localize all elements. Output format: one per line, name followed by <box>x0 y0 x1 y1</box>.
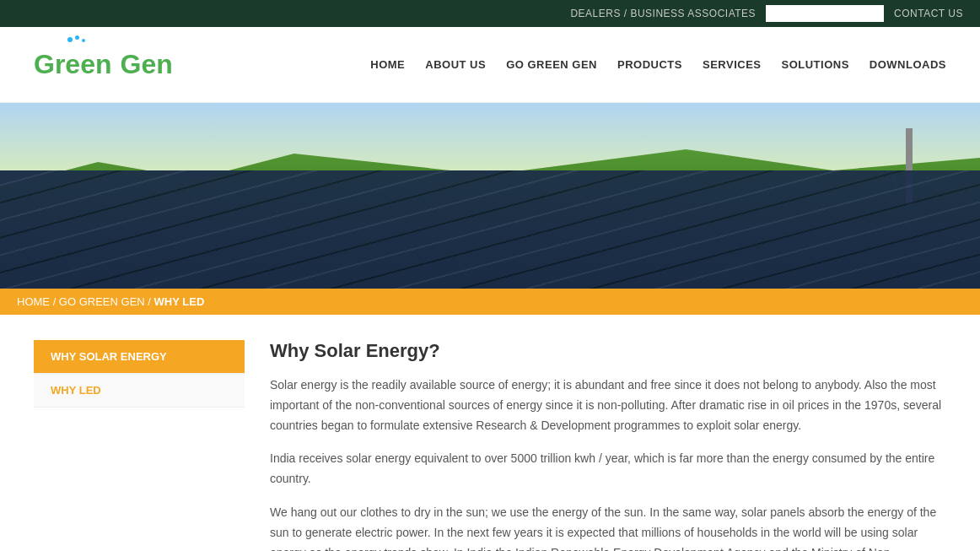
breadcrumb: HOME / GO GREEN GEN / WHY LED <box>0 289 980 315</box>
nav-home[interactable]: HOME <box>370 55 405 74</box>
content-paragraph-2: India receives solar energy equivalent t… <box>270 449 946 489</box>
sidebar: WHY SOLAR ENERGY WHY LED <box>34 340 245 551</box>
main-nav: HOME ABOUT US GO GREEN GEN PRODUCTS SERV… <box>370 55 946 74</box>
content-title: Why Solar Energy? <box>270 340 946 362</box>
logo[interactable]: Green Gen <box>34 49 173 80</box>
search-input[interactable] <box>766 5 884 22</box>
nav-services[interactable]: SERVICES <box>703 55 762 74</box>
breadcrumb-sep2: / <box>148 295 153 308</box>
breadcrumb-home[interactable]: HOME <box>17 295 50 308</box>
breadcrumb-go-green[interactable]: GO GREEN GEN <box>59 295 145 308</box>
main-content: WHY SOLAR ENERGY WHY LED Why Solar Energ… <box>0 315 980 551</box>
header: Green Gen HOME ABOUT US GO GREEN GEN PRO… <box>0 27 980 103</box>
content-area: Why Solar Energy? Solar energy is the re… <box>270 340 946 551</box>
nav-downloads[interactable]: DOWNLOADS <box>870 55 946 74</box>
content-paragraph-1: Solar energy is the readily available so… <box>270 375 946 435</box>
top-bar: DEALERS / BUSINESS ASSOCIATES CONTACT US <box>0 0 980 27</box>
dealers-label[interactable]: DEALERS / BUSINESS ASSOCIATES <box>570 8 756 19</box>
breadcrumb-current: WHY LED <box>154 295 205 308</box>
nav-products[interactable]: PRODUCTS <box>617 55 682 74</box>
nav-solutions[interactable]: SOLUTIONS <box>781 55 848 74</box>
hero-image <box>0 103 980 289</box>
sidebar-item-led[interactable]: WHY LED <box>34 374 245 408</box>
logo-green: Green <box>34 49 111 80</box>
contact-label[interactable]: CONTACT US <box>894 8 963 19</box>
logo-gen: Gen <box>120 49 172 80</box>
breadcrumb-sep1: / <box>53 295 59 308</box>
nav-go-green[interactable]: GO GREEN GEN <box>506 55 597 74</box>
sidebar-item-solar-energy[interactable]: WHY SOLAR ENERGY <box>34 340 245 374</box>
nav-about[interactable]: ABOUT US <box>425 55 486 74</box>
content-paragraph-3: We hang out our clothes to dry in the su… <box>270 503 946 551</box>
